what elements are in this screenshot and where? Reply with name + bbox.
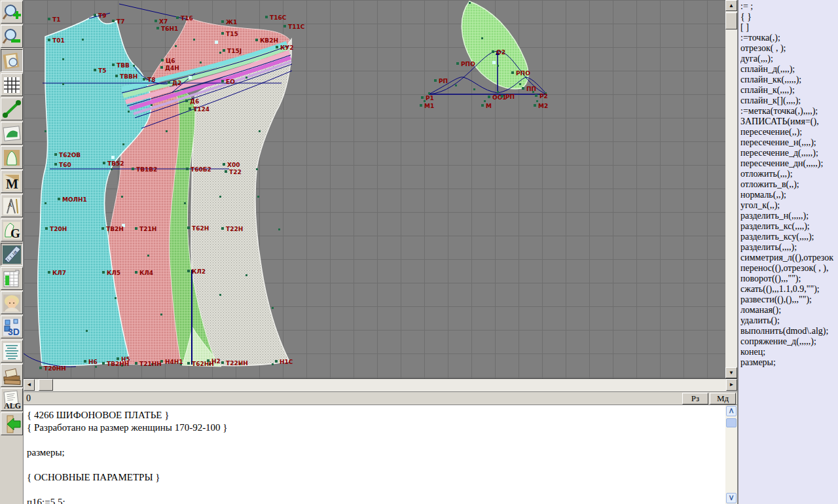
point-marker[interactable] — [455, 84, 457, 86]
point-marker[interactable] — [112, 20, 115, 22]
point-marker[interactable] — [257, 196, 259, 198]
point-marker[interactable] — [259, 130, 261, 132]
scroll-down-button[interactable]: ▼ — [725, 367, 737, 378]
point-marker[interactable] — [428, 92, 430, 94]
command-item[interactable]: пересечение_дн(,,,,,); — [740, 158, 838, 169]
point-marker[interactable] — [102, 362, 105, 365]
point-marker[interactable] — [219, 52, 221, 54]
point-marker[interactable] — [111, 168, 113, 170]
point-marker[interactable] — [219, 294, 221, 296]
point-marker[interactable] — [492, 50, 494, 53]
point-marker[interactable] — [184, 202, 186, 204]
canvas-hscroll-thumb[interactable] — [39, 379, 53, 391]
command-item[interactable]: конец; — [740, 347, 838, 357]
point-marker[interactable] — [219, 196, 221, 198]
point-marker[interactable] — [128, 111, 130, 113]
spreadsheet-button[interactable] — [1, 267, 23, 290]
view-3d-button[interactable]: 3D — [1, 315, 23, 338]
rz-button[interactable]: Рз — [682, 393, 708, 405]
command-item[interactable]: перенос((),отрезок( , ), — [740, 263, 838, 274]
command-item[interactable]: сплайн_кк(,,,,,); — [740, 75, 838, 85]
command-item[interactable]: разделить(,,,,); — [740, 242, 838, 253]
code-line[interactable]: размеры; — [27, 446, 725, 459]
point-marker[interactable] — [187, 362, 190, 365]
letter-g-grading-button[interactable]: G — [1, 219, 23, 242]
point-marker[interactable] — [497, 65, 499, 67]
command-item[interactable]: поворот((),,,""); — [740, 274, 838, 284]
point-marker[interactable] — [54, 153, 57, 156]
point-marker[interactable] — [122, 143, 124, 145]
command-item[interactable]: := ; — [740, 1, 838, 12]
point-marker[interactable] — [176, 16, 179, 19]
point-marker[interactable] — [160, 66, 163, 69]
point-marker[interactable] — [278, 228, 280, 230]
point-marker[interactable] — [420, 104, 422, 107]
scroll-up-button[interactable]: ▲ — [725, 0, 737, 11]
point-marker[interactable] — [135, 271, 137, 274]
code-line[interactable]: { Разработано на размер женщины 170-92-1… — [27, 422, 725, 434]
point-marker[interactable] — [473, 88, 475, 90]
point-marker[interactable] — [536, 100, 538, 102]
point-marker[interactable] — [221, 32, 224, 35]
point-marker[interactable] — [121, 196, 123, 198]
point-marker[interactable] — [535, 94, 537, 97]
command-item[interactable]: дуга(,,,); — [740, 54, 838, 64]
command-item[interactable]: пересечение(,,); — [740, 127, 838, 137]
point-marker[interactable] — [469, 2, 471, 4]
point-marker[interactable] — [255, 39, 258, 41]
point-marker[interactable] — [421, 96, 424, 99]
point-marker[interactable] — [272, 363, 274, 365]
point-marker[interactable] — [501, 95, 503, 98]
point-marker[interactable] — [225, 170, 227, 173]
code-line[interactable]: { 4266 ШИФОНОВОЕ ПЛАТЬЕ } — [27, 409, 725, 422]
command-item[interactable]: разделить_н(,,,,,); — [740, 211, 838, 221]
letter-m-module-button[interactable]: M — [1, 170, 23, 193]
point-marker[interactable] — [58, 198, 60, 200]
editor-scroll-down-button[interactable]: ᐯ — [726, 493, 737, 503]
point-marker[interactable] — [223, 49, 225, 52]
measure-segment-button[interactable] — [1, 98, 23, 120]
ruler-button[interactable]: 8 7 — [1, 243, 23, 266]
exit-back-button[interactable] — [1, 412, 23, 435]
point-marker[interactable] — [48, 271, 50, 274]
print-preview-button[interactable] — [1, 49, 23, 72]
point-marker[interactable] — [276, 46, 278, 48]
command-item[interactable]: отложить(,,,); — [740, 169, 838, 179]
point-marker[interactable] — [39, 367, 42, 369]
drafting-tools-button[interactable]: A — [1, 194, 23, 217]
point-marker[interactable] — [175, 45, 177, 47]
code-line[interactable] — [27, 459, 725, 471]
point-marker[interactable] — [497, 91, 499, 93]
point-marker[interactable] — [161, 59, 164, 62]
point-marker[interactable] — [283, 25, 286, 27]
point-marker[interactable] — [132, 168, 134, 170]
point-marker[interactable] — [166, 130, 168, 132]
point-marker[interactable] — [48, 39, 50, 41]
alg-document-button[interactable]: ALG — [1, 388, 23, 411]
drawing-canvas[interactable]: Т1Т01Т9Т7Х7Т6Н1Т16Т16СТ11СЖ1Т15Т15ЈКУ2КВ… — [24, 0, 725, 378]
code-line[interactable] — [27, 484, 725, 496]
point-marker[interactable] — [187, 270, 190, 272]
point-marker[interactable] — [102, 271, 105, 274]
code-editor[interactable]: { 4266 ШИФОНОВОЕ ПЛАТЬЕ }{ Разработано н… — [24, 405, 725, 504]
point-marker[interactable] — [522, 87, 524, 90]
command-item[interactable]: размеры; — [740, 357, 838, 368]
code-line[interactable] — [27, 434, 725, 446]
selection-handle[interactable] — [111, 156, 115, 159]
point-marker[interactable] — [115, 75, 118, 77]
point-marker[interactable] — [256, 168, 258, 170]
command-item[interactable]: разделить_кс(,,,,); — [740, 221, 838, 232]
point-marker[interactable] — [519, 83, 521, 85]
point-marker[interactable] — [193, 39, 195, 41]
command-item[interactable]: сплайн_к(,,,,); — [740, 85, 838, 96]
point-marker[interactable] — [95, 366, 97, 368]
point-marker[interactable] — [112, 63, 115, 66]
point-marker[interactable] — [223, 163, 225, 166]
point-marker[interactable] — [187, 226, 190, 229]
point-marker[interactable] — [434, 79, 437, 82]
command-item[interactable]: удалить(); — [740, 315, 838, 326]
command-item[interactable]: { } — [740, 12, 838, 22]
point-marker[interactable] — [246, 274, 247, 276]
point-marker[interactable] — [135, 362, 137, 365]
books-button[interactable] — [1, 364, 23, 387]
